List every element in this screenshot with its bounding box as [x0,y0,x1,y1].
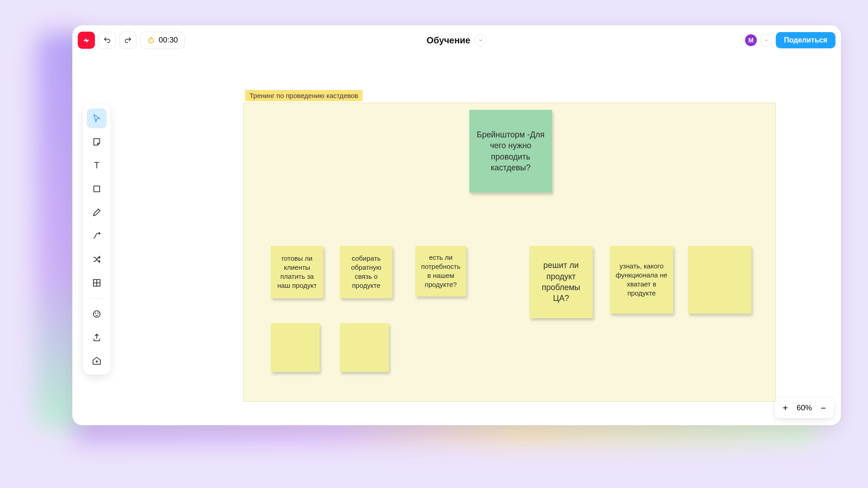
tool-upload[interactable] [87,328,107,347]
tool-sticky[interactable] [87,132,107,152]
sticky-4[interactable]: решит ли продукт проблемы ЦА? [529,246,593,318]
pencil-icon [92,207,102,217]
share-button[interactable]: Поделиться [776,32,835,48]
sticky-7[interactable] [271,323,320,372]
app-window: 00:30 Обучение М Поделиться [72,25,841,425]
board-frame[interactable]: Брейншторм -Для чего нужно проводить кас… [243,103,776,402]
upload-icon [92,333,102,343]
stopwatch-icon [147,36,155,44]
sticky-main[interactable]: Брейншторм -Для чего нужно проводить кас… [469,110,552,192]
svg-point-4 [95,313,96,314]
undo-icon [103,36,111,44]
text-icon [92,160,102,170]
shuffle-icon [92,254,102,264]
redo-button[interactable] [119,32,137,49]
zoom-control: + 60% − [775,398,834,418]
redo-icon [124,36,132,44]
title-group: Обучение [78,31,835,50]
tool-grid[interactable] [87,273,107,293]
sticky-note-icon [92,137,102,147]
zoom-out-button[interactable]: − [819,403,827,413]
zoom-in-button[interactable]: + [781,403,789,413]
toolbar-divider [89,298,104,299]
tool-text[interactable] [87,155,107,175]
app-logo[interactable] [78,32,95,49]
tool-random[interactable] [87,249,107,269]
title-menu-button[interactable] [474,34,487,47]
svg-rect-1 [94,186,100,192]
sticky-3[interactable]: есть ли потребность в нашем продукте? [415,246,466,296]
board-tag[interactable]: Тренинг по проведению кастдевов [245,90,363,101]
square-icon [92,184,102,194]
cursor-icon [92,113,102,123]
connector-icon [92,231,102,241]
toolbar [83,105,110,375]
undo-button[interactable] [99,32,116,49]
svg-point-3 [94,311,100,318]
tool-pen[interactable] [87,202,107,222]
user-menu-button[interactable] [760,34,772,46]
avatar[interactable]: М [745,34,757,46]
chevron-down-icon [478,38,483,43]
tool-select[interactable] [87,108,107,128]
sticky-1[interactable]: готовы ли клиенты платить за наш продукт [271,246,323,298]
timer-button[interactable]: 00:30 [140,32,185,49]
sticky-2[interactable]: собирать обратную связь о продукте [340,246,392,298]
sticky-6[interactable] [688,246,751,314]
logo-icon [81,35,91,45]
chevron-down-icon [764,38,769,42]
tool-shape[interactable] [87,179,107,199]
sticky-5[interactable]: узнать, какого функционала не хватает в … [610,246,673,314]
zoom-level[interactable]: 60% [797,404,812,413]
svg-point-5 [98,313,98,314]
sticky-8[interactable] [340,323,389,372]
topbar: 00:30 Обучение М Поделиться [78,31,835,50]
topbar-right: М Поделиться [745,31,835,50]
emoji-icon [92,309,102,319]
grid-icon [92,278,102,288]
board-title[interactable]: Обучение [426,35,470,46]
tool-emoji[interactable] [87,304,107,324]
tool-add[interactable] [87,351,107,371]
add-shape-icon [92,356,102,366]
tool-connector[interactable] [87,226,107,246]
timer-value: 00:30 [159,36,178,45]
